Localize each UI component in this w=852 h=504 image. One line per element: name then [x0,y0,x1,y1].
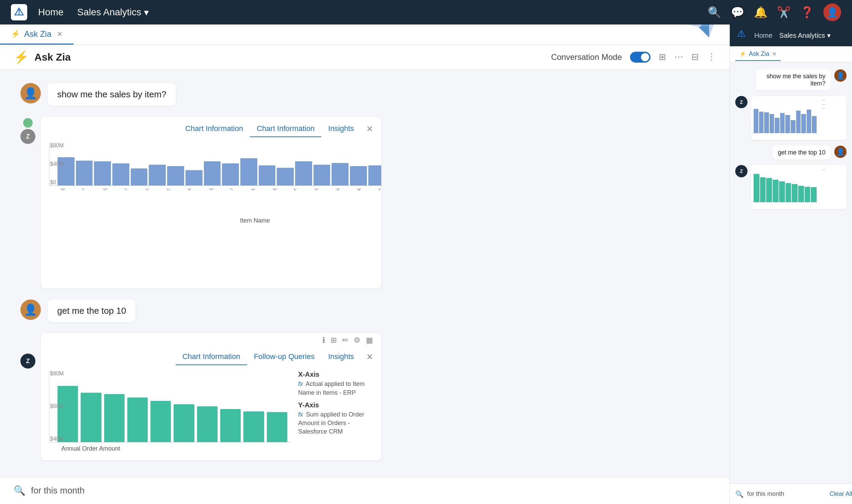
chart-1-close[interactable]: ✕ [366,124,373,134]
user-avatar-1: 👤 [20,83,41,103]
chart-info-tab-2[interactable]: Chart Information [176,349,247,365]
mini-search-input[interactable] [747,490,826,498]
mini-chart-1-info: — — — [819,96,847,133]
analytics-dropdown-icon[interactable]: ▾ [144,7,149,18]
teal-bar-9 [243,411,264,442]
follow-up-tab-2[interactable]: Follow-up Queries [247,349,322,365]
mini-user-text-1: show me the sales by item? [767,73,825,87]
user-avatar[interactable]: 👤 [823,3,841,21]
bar-15 [314,165,331,185]
x-axis-info-2: X-Axis fx Actual applied to Item Name in… [298,371,373,397]
user-avatar-2: 👤 [20,299,41,320]
bar-7 [167,166,184,185]
mini-user-msg-2: get me the top 10 👤 [735,146,847,160]
mini-bar-6 [780,113,785,133]
bar-chart-1: $80M $40M $0 [49,143,381,224]
nav-links: Home Sales Analytics ▾ [38,7,149,18]
x-axis-value-2: fx Actual applied to Item Name in Items … [298,380,373,397]
main-search-input[interactable] [31,485,716,496]
insights-tab-1[interactable]: Insights [321,121,361,137]
conversation-mode-toggle[interactable] [630,52,650,63]
x-axis-applied-text-2: Actual applied to Item Name in Items - E… [298,380,365,396]
zia-tab-bar: ⚡ Ask Zia ✕ [0,25,729,45]
kebab-icon[interactable]: ⋮ [707,52,716,62]
teal-bar-6 [174,404,194,442]
chart-info-tab-1[interactable]: Chart Information [178,121,250,137]
mini-zia-tab-close[interactable]: ✕ [772,51,776,57]
search-icon[interactable]: 🔍 [708,6,721,19]
conversation-mode-label: Conversation Mode [551,52,622,62]
mini-chart-2-info: — [819,165,847,202]
insights-tab-2[interactable]: Insights [321,349,361,365]
mini-teal-bar-3 [766,178,772,202]
annual-order-amount-label: Annual Order Amount [61,445,120,452]
bar-4 [112,163,129,185]
mini-search-bar: 🔍 Clear All 🎤 [730,484,852,504]
toggle-knob [641,53,649,61]
bar-11 [240,158,257,185]
grid-view-icon[interactable]: ⊞ [659,52,666,62]
mini-user-avatar-1: 👤 [834,69,847,82]
bar-chart-1-inner: $80M $40M $0 [49,143,381,186]
mini-user-bubble-1: show me the sales by item? [756,69,831,91]
chat-icon[interactable]: 💬 [731,6,744,19]
mini-chart-2: — [751,165,847,209]
mini-user-msg-1: show me the sales by item? 👤 [735,69,847,91]
table-icon-chart2[interactable]: ⊞ [331,336,337,345]
nav-home[interactable]: Home [38,7,64,18]
x-axis-label-1: Item Name [49,217,381,224]
mini-bar-5 [775,118,779,133]
bar-18 [368,165,381,185]
zia-response-1: Z Chart Information Chart Information In… [20,117,709,289]
chart-card-2: ℹ ⊞ ✏ ⚙ ▦ Chart Information Follow-up Qu… [41,333,381,460]
mini-bar-9 [796,111,801,133]
ask-zia-tab-close[interactable]: ✕ [57,30,63,38]
chart-2-icons: ℹ ⊞ ✏ ⚙ ▦ [41,333,381,345]
main-search-bar: 🔍 [0,477,729,504]
bar-8 [186,170,203,185]
mini-ask-zia-tab[interactable]: ⚡ Ask Zia ✕ [735,48,781,61]
mini-zia-response-2: Z [735,165,847,209]
grid-icon-2[interactable]: ⊟ [691,52,699,62]
chart-card-1: Chart Information Chart Information Insi… [41,117,381,289]
top-navigation: Home Sales Analytics ▾ 🔍 💬 🔔 ✂️ ❓ 👤 [0,0,852,25]
x-axis-label-info-2: X-Axis [298,371,373,378]
mini-zia-avatar-1: Z [735,96,747,108]
app-logo[interactable] [11,4,27,20]
info-icon-chart2[interactable]: ℹ [322,336,325,345]
zia-header-right: Conversation Mode ⊞ ⋯ ⊟ ⋮ [551,52,716,63]
mini-dropdown-icon: ▾ [827,31,831,39]
bar-2 [76,161,93,185]
mini-teal-bar-10 [811,187,817,202]
more-options-icon[interactable]: ⋯ [674,52,683,62]
bar-16 [332,163,349,185]
mini-bar-4 [770,114,774,133]
ask-zia-tab[interactable]: ⚡ Ask Zia ✕ [0,25,74,45]
bell-icon[interactable]: 🔔 [754,6,768,19]
zia-response-2: Z ℹ ⊞ ✏ ⚙ ▦ [20,333,709,460]
teal-bar-4 [127,397,148,442]
mini-bar-12 [812,116,817,133]
help-icon[interactable]: ❓ [800,6,814,19]
user-message-1-row: 👤 show me the sales by item? [20,83,709,106]
y-label-40m: $40M [50,161,64,167]
bar-chart-2-inner: $80M $60M $40M [49,371,290,442]
filter-icon-chart2[interactable]: ⚙ [354,336,360,345]
grid-icon-chart2[interactable]: ▦ [366,336,373,345]
mini-nav-home[interactable]: Home [754,32,772,39]
user-bubble-1: show me the sales by item? [48,83,176,106]
nav-analytics[interactable]: Sales Analytics ▾ [77,7,149,18]
user-bubble-2: get me the top 10 [48,299,135,322]
chart-2-close[interactable]: ✕ [366,352,373,362]
mini-bar-2 [759,112,764,133]
mini-chat-area: show me the sales by item? 👤 Z [730,63,852,484]
mini-teal-bar-6 [786,183,791,202]
mini-teal-bar-9 [805,187,810,202]
mini-nav-logo[interactable] [737,29,749,42]
mini-clear-all-button[interactable]: Clear All [830,490,852,498]
ask-zia-main-panel: ⚡ Ask Zia ✕ ⚡ Ask Zia Conversation Mode … [0,25,729,504]
tools-icon[interactable]: ✂️ [777,6,791,19]
follow-up-tab-1[interactable]: Chart Information [250,121,321,137]
mini-nav-analytics[interactable]: Sales Analytics ▾ [779,31,831,39]
edit-icon-chart2[interactable]: ✏ [342,336,348,345]
